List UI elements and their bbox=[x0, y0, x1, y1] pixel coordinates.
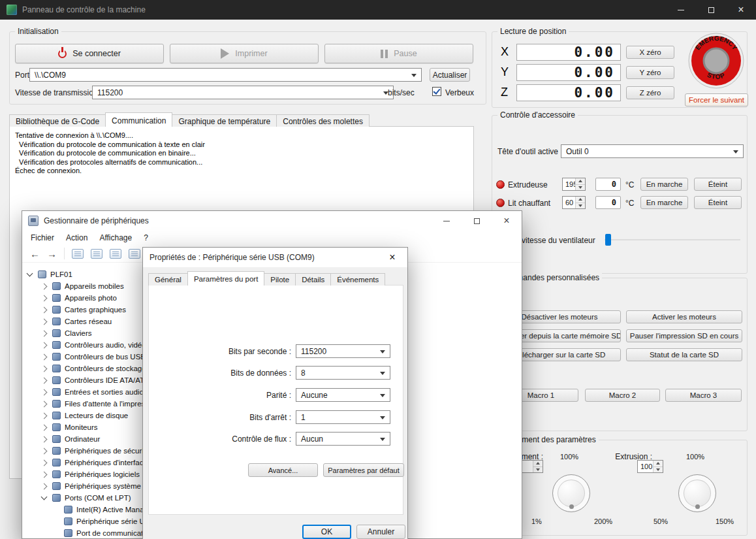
port-combo[interactable]: \\.\COM9 bbox=[29, 68, 422, 82]
chevron-right-icon[interactable] bbox=[41, 377, 48, 384]
extruder-label: Extrudeuse bbox=[508, 180, 548, 189]
verbose-checkbox[interactable] bbox=[432, 87, 441, 96]
chevron-right-icon[interactable] bbox=[41, 459, 48, 466]
baud-combo[interactable]: 115200 bbox=[92, 86, 394, 99]
chevron-right-icon[interactable] bbox=[41, 400, 48, 407]
extruder-temp-display: 0 bbox=[595, 178, 621, 191]
force-next-button[interactable]: Forcer le suivant bbox=[685, 93, 748, 106]
menu-help[interactable]: ? bbox=[138, 233, 154, 242]
network-adapters-icon bbox=[52, 318, 61, 325]
toolhead-combo[interactable]: Outil 0 bbox=[561, 144, 744, 158]
scan-hardware-icon[interactable] bbox=[129, 249, 140, 259]
bed-off-button[interactable]: Éteint bbox=[694, 196, 742, 209]
y-zero-button[interactable]: Y zéro bbox=[626, 66, 674, 79]
extrusion-knob[interactable] bbox=[678, 474, 716, 512]
tab-events[interactable]: Événements bbox=[330, 273, 385, 286]
hid-icon bbox=[52, 459, 61, 466]
spinner-arrows-icon[interactable] bbox=[575, 178, 585, 190]
minimize-button[interactable] bbox=[666, 0, 696, 20]
x-zero-button[interactable]: X zéro bbox=[626, 46, 674, 59]
tab-driver[interactable]: Pilote bbox=[264, 273, 296, 286]
menu-action[interactable]: Action bbox=[60, 233, 93, 242]
menu-file[interactable]: Fichier bbox=[25, 233, 60, 242]
motors-on-button[interactable]: Activer les moteurs bbox=[626, 310, 742, 323]
show-console-tree-icon[interactable] bbox=[72, 249, 84, 259]
chevron-down-icon[interactable] bbox=[41, 494, 48, 500]
stop-bits-combo[interactable]: 1 bbox=[296, 410, 390, 424]
chevron-right-icon[interactable] bbox=[41, 330, 48, 336]
chevron-down-icon[interactable] bbox=[27, 270, 33, 277]
feed-knob[interactable] bbox=[552, 474, 590, 512]
extruder-on-button[interactable]: En marche bbox=[640, 178, 688, 191]
chevron-right-icon[interactable] bbox=[41, 412, 48, 419]
parity-combo[interactable]: Aucune bbox=[296, 388, 390, 402]
tab-general[interactable]: Général bbox=[148, 273, 188, 286]
macro-3-button[interactable]: Macro 3 bbox=[665, 389, 742, 402]
dialog-titlebar[interactable]: Propriétés de : Périphérique série USB (… bbox=[143, 248, 407, 267]
chevron-right-icon[interactable] bbox=[41, 471, 48, 478]
cancel-button[interactable]: Annuler bbox=[356, 525, 405, 539]
spinner-arrows-icon[interactable] bbox=[653, 461, 663, 472]
pause-button[interactable]: Pause bbox=[324, 44, 473, 63]
bed-on-button[interactable]: En marche bbox=[640, 196, 688, 209]
chevron-right-icon[interactable] bbox=[41, 283, 48, 289]
flow-control-combo[interactable]: Aucun bbox=[296, 432, 390, 446]
maximize-button[interactable] bbox=[696, 0, 726, 20]
forward-icon[interactable]: → bbox=[47, 249, 57, 259]
tab-port-settings[interactable]: Paramètres du port bbox=[187, 271, 264, 286]
chevron-right-icon[interactable] bbox=[41, 342, 48, 348]
baud-rate-combo[interactable]: 115200 bbox=[296, 344, 390, 358]
help-icon[interactable] bbox=[110, 249, 121, 259]
spinner-arrows-icon[interactable] bbox=[575, 197, 585, 208]
fan-slider-track[interactable] bbox=[605, 239, 740, 240]
custom-commands-group: Commandes personnalisées Désactiver les … bbox=[492, 278, 748, 431]
chevron-right-icon[interactable] bbox=[41, 389, 48, 395]
close-icon: × bbox=[389, 252, 395, 263]
tab-communication[interactable]: Communication bbox=[105, 112, 172, 127]
properties-icon[interactable] bbox=[91, 249, 102, 259]
main-titlebar[interactable]: Panneau de contrôle de la machine × bbox=[0, 0, 756, 20]
extrusion-spinner[interactable]: 100 bbox=[637, 460, 663, 473]
chevron-right-icon[interactable] bbox=[41, 295, 48, 301]
chevron-right-icon[interactable] bbox=[41, 318, 48, 325]
chevron-right-icon[interactable] bbox=[41, 448, 48, 454]
connect-button[interactable]: Se connecter bbox=[15, 44, 164, 63]
dm-minimize-button[interactable] bbox=[432, 211, 462, 231]
spinner-arrows-icon[interactable] bbox=[533, 461, 543, 472]
accessory-group-title: Contrôle d'accessoire bbox=[497, 110, 578, 120]
macro-2-button[interactable]: Macro 2 bbox=[585, 389, 660, 402]
emergency-stop-button[interactable]: EMERGENCY STOP bbox=[688, 33, 744, 89]
sd-status-button[interactable]: Statut de la carte SD bbox=[626, 348, 742, 361]
close-button[interactable]: × bbox=[726, 0, 756, 20]
dialog-close-button[interactable]: × bbox=[377, 248, 407, 267]
tab-temperature-graph[interactable]: Graphique de température bbox=[172, 114, 277, 127]
chevron-right-icon[interactable] bbox=[41, 353, 48, 360]
advanced-button[interactable]: Avancé... bbox=[248, 463, 318, 477]
chevron-right-icon[interactable] bbox=[41, 365, 48, 372]
chevron-right-icon[interactable] bbox=[41, 424, 48, 431]
dm-maximize-button[interactable] bbox=[462, 211, 492, 231]
refresh-button[interactable]: Actualiser bbox=[430, 68, 470, 82]
menu-view[interactable]: Affichage bbox=[93, 233, 138, 242]
tab-details[interactable]: Détails bbox=[295, 273, 331, 286]
print-button[interactable]: Imprimer bbox=[170, 44, 319, 63]
z-zero-button[interactable]: Z zéro bbox=[626, 86, 674, 99]
feed-min-label: 1% bbox=[531, 517, 542, 525]
dm-close-button[interactable]: × bbox=[492, 211, 522, 231]
device-manager-icon bbox=[28, 216, 39, 226]
chevron-right-icon[interactable] bbox=[41, 306, 48, 313]
ok-button[interactable]: OK bbox=[302, 525, 351, 539]
back-icon[interactable]: ← bbox=[30, 249, 40, 259]
bed-target-spinner[interactable]: 60 bbox=[562, 196, 586, 209]
fan-slider-thumb[interactable] bbox=[605, 234, 611, 246]
extruder-target-spinner[interactable]: 195 bbox=[562, 178, 586, 191]
app-icon bbox=[7, 5, 17, 15]
tab-gcode-library[interactable]: Bibliothèque de G-Code bbox=[9, 114, 106, 127]
tab-jog-controls[interactable]: Contrôles des molettes bbox=[276, 114, 370, 127]
sd-pause-button[interactable]: Pauser l'impression SD en cours bbox=[626, 329, 742, 342]
extruder-off-button[interactable]: Éteint bbox=[694, 178, 742, 191]
chevron-right-icon[interactable] bbox=[41, 436, 48, 442]
restore-defaults-button[interactable]: Paramètres par défaut bbox=[323, 463, 404, 477]
data-bits-combo[interactable]: 8 bbox=[296, 366, 390, 380]
chevron-right-icon[interactable] bbox=[41, 483, 48, 489]
